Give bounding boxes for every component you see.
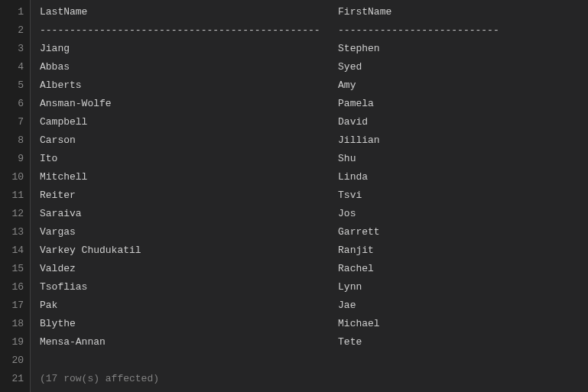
- result-line: Blythe Michael: [40, 315, 588, 333]
- result-line: Valdez Rachel: [40, 260, 588, 278]
- result-line: Campbell David: [40, 113, 588, 131]
- result-line: Carson Jillian: [40, 131, 588, 150]
- result-line: Varkey Chudukatil Ranjit: [40, 241, 588, 260]
- line-number: 12: [8, 205, 24, 223]
- result-line: Mitchell Linda: [40, 168, 588, 186]
- line-number: 17: [8, 296, 24, 315]
- line-number: 10: [8, 168, 24, 186]
- result-line: Abbas Syed: [40, 58, 588, 76]
- result-line: [40, 352, 588, 370]
- line-number: 16: [8, 278, 24, 296]
- line-number: 21: [8, 370, 24, 388]
- line-number: 14: [8, 241, 24, 260]
- line-number: 7: [8, 113, 24, 131]
- result-line: Reiter Tsvi: [40, 186, 588, 205]
- line-number: 3: [8, 40, 24, 58]
- result-line: (17 row(s) affected): [40, 370, 588, 388]
- line-number: 1: [8, 3, 24, 21]
- results-content: LastName FirstName----------------------…: [31, 0, 588, 392]
- line-number: 15: [8, 260, 24, 278]
- result-line: Mensa-Annan Tete: [40, 333, 588, 352]
- line-number: 2: [8, 21, 24, 40]
- line-number: 8: [8, 131, 24, 150]
- line-number: 20: [8, 352, 24, 370]
- result-line: Ansman-Wolfe Pamela: [40, 95, 588, 113]
- line-number: 5: [8, 76, 24, 95]
- line-number: 4: [8, 58, 24, 76]
- result-line: ----------------------------------------…: [40, 21, 588, 40]
- result-line: LastName FirstName: [40, 3, 588, 21]
- result-line: Pak Jae: [40, 296, 588, 315]
- line-number: 9: [8, 150, 24, 168]
- line-number: 6: [8, 95, 24, 113]
- line-number: 18: [8, 315, 24, 333]
- line-number: 11: [8, 186, 24, 205]
- line-number: 13: [8, 223, 24, 241]
- result-line: Jiang Stephen: [40, 40, 588, 58]
- results-editor: 123456789101112131415161718192021 LastNa…: [0, 0, 588, 392]
- line-number-gutter: 123456789101112131415161718192021: [0, 0, 31, 392]
- result-line: Tsoflias Lynn: [40, 278, 588, 296]
- result-line: Saraiva Jos: [40, 205, 588, 223]
- result-line: Ito Shu: [40, 150, 588, 168]
- result-line: Vargas Garrett: [40, 223, 588, 241]
- line-number: 19: [8, 333, 24, 352]
- result-line: Alberts Amy: [40, 76, 588, 95]
